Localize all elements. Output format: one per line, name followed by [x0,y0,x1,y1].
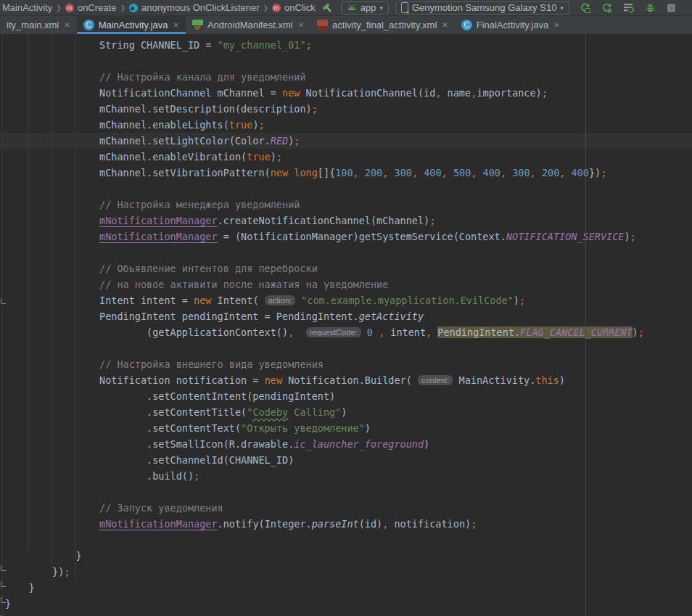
code-line: .setContentText("Открыть уведомление") [5,420,692,436]
breadcrumb-separator-icon: ❯ [120,4,125,12]
code-line: String CHANNEL_ID = "my_channel_01"; [5,37,692,53]
code-line [5,245,692,260]
breadcrumb-item[interactable]: MainActivity [2,2,52,13]
parameter-hint: context: [418,375,453,385]
apply-changes-icon[interactable] [578,1,593,15]
tab-label: AndroidManifest.xml [207,20,293,30]
code-line: mNotificationManager = (NotificationMana… [5,229,692,245]
breadcrumb-item[interactable]: monClick [272,2,316,13]
code-line [5,340,692,356]
run-configuration-select[interactable]: app ▾ [341,1,389,15]
fold-marker[interactable] [1,298,6,304]
android-icon [347,2,357,13]
fold-marker[interactable] [1,581,6,587]
toolbar-actions: A [578,1,680,15]
code-line: mChannel.enableVibration(true); [5,149,692,165]
editor-tab[interactable]: MFAndroidManifest.xml✕ [186,16,310,34]
tab-label: activity_final_acttivity.xml [332,20,437,30]
code-line [5,532,692,548]
editor-tabs: ity_main.xml✕CMainActivity.java✕MFAndroi… [0,16,692,34]
breadcrumb-label: anonymous OnClickListener [141,2,260,13]
apply-code-changes-icon[interactable]: A [600,1,614,15]
parameter-hint: requestCode: [306,327,361,337]
code-line: // Настройка канала для уведомлений [5,69,692,85]
device-label: Genymotion Samsung Galaxy S10 [412,2,556,13]
fold-marker[interactable] [1,565,6,571]
code-line [5,484,692,500]
code-line: // Настройка менеджера уведомлений [5,197,692,213]
code-line: .setContentIntent(pendingIntent) [5,388,692,404]
close-icon[interactable]: ✕ [173,21,178,29]
code-line: NotificationChannel mChannel = new Notif… [5,85,692,101]
breadcrumb-item[interactable]: monCreate [65,2,116,13]
breadcrumb-label: MainActivity [2,2,52,13]
code-line: mChannel.enableLights(true); [5,117,692,133]
code-line: mChannel.setLightColor(Color.RED); [0,133,692,149]
tab-label: MainActivity.java [99,20,168,30]
code-line: // на новое активити после нажатия на ув… [5,276,692,292]
editor-tab[interactable]: ity_main.xml✕ [0,16,77,34]
code-line: // Запуск уведомления [5,500,692,516]
anonymous-class-icon [129,4,138,12]
method-icon: m [65,4,74,12]
debug-icon[interactable] [643,1,658,15]
code-line: Notification notification = new Notifica… [5,372,692,388]
code-line: Intent intent = new Intent( action: "com… [5,292,692,308]
code-line: mChannel.setDescription(description); [5,101,692,117]
java-class-icon: C [83,20,94,30]
code-line [5,181,692,197]
code-area: String CHANNEL_ID = "my_channel_01"; // … [0,34,692,612]
code-line: .build(); [5,468,692,484]
manifest-file-icon: MF [192,20,203,30]
run-configuration-label: app [361,2,376,13]
code-line: // Настройка внешнего вида уведомления [5,356,692,372]
layout-xml-icon [317,20,328,30]
code-line: mNotificationManager.notify(Integer.pars… [5,516,692,532]
svg-text:A: A [608,7,612,13]
editor-tab[interactable]: activity_final_acttivity.xml✕ [310,16,455,34]
editor-tab[interactable]: CMainActivity.java✕ [77,16,186,34]
breadcrumb-separator-icon: ❯ [56,4,62,12]
java-class-icon: C [461,20,472,30]
breadcrumb-item[interactable]: anonymous OnClickListener [129,2,260,13]
tab-label: FinalActtivity.java [477,20,548,30]
code-line: } [5,580,692,596]
code-line [5,53,692,69]
parameter-hint: action: [265,295,295,305]
right-margin-guide [585,34,586,616]
code-line: } [5,548,692,564]
code-line: (getApplicationContext(), requestCode: 0… [5,324,692,340]
indent-guide [28,34,29,552]
profiler-icon[interactable] [622,1,636,15]
indent-guide [75,34,76,584]
code-line: PendingIntent pendingIntent = PendingInt… [5,308,692,324]
fold-marker[interactable] [1,597,6,603]
chevron-down-icon: ▾ [560,4,564,12]
code-line: .setChannelId(CHANNEL_ID) [5,452,692,468]
editor-tab[interactable]: CFinalActtivity.java✕ [455,16,567,34]
breadcrumb: MainActivity❯monCreate❯anonymous OnClick… [2,2,316,13]
close-icon[interactable]: ✕ [442,21,448,29]
attach-debugger-icon[interactable] [665,1,680,15]
code-line: }); [5,564,692,580]
code-line: // Обьявление интентов для переброски [5,260,692,276]
breadcrumb-separator-icon: ❯ [263,4,269,12]
code-line: mChannel.setVibrationPattern(new long[]{… [5,165,692,181]
code-line: .setSmallIcon(R.drawable.ic_launcher_for… [5,436,692,452]
navigation-bar: MainActivity❯monCreate❯anonymous OnClick… [0,0,692,16]
device-select[interactable]: Genymotion Samsung Galaxy S10 ▾ [395,1,569,15]
close-icon[interactable]: ✕ [64,21,70,29]
close-icon[interactable]: ✕ [553,21,559,29]
code-editor[interactable]: String CHANNEL_ID = "my_channel_01"; // … [0,34,692,616]
close-icon[interactable]: ✕ [298,21,304,29]
indent-guide [52,34,52,568]
breadcrumb-label: onCreate [78,2,116,13]
code-line: } [5,596,692,612]
toolbar-right: app ▾ Genymotion Samsung Galaxy S10 ▾ A [320,1,680,15]
breadcrumb-label: onClick [284,2,316,13]
build-hammer-icon[interactable] [320,1,334,15]
code-line: .setContentTitle("Codeby Calling") [5,404,692,420]
chevron-down-icon: ▾ [379,4,383,12]
phone-icon [401,2,408,13]
gutter-border [2,34,3,616]
